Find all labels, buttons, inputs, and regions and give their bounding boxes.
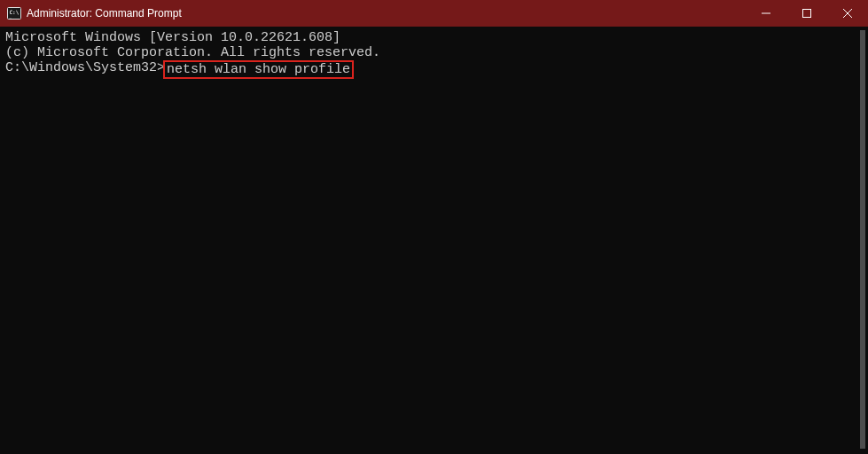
copyright-line: (c) Microsoft Corporation. All rights re… (5, 45, 863, 60)
minimize-button[interactable] (746, 0, 786, 27)
titlebar-left: C:\ _ Administrator: Command Prompt (0, 0, 182, 27)
terminal-area[interactable]: Microsoft Windows [Version 10.0.22621.60… (0, 27, 868, 454)
window-title: Administrator: Command Prompt (27, 0, 182, 27)
command-text: netsh wlan show profile (163, 60, 354, 79)
window-controls (746, 0, 868, 27)
close-button[interactable] (827, 0, 868, 27)
titlebar[interactable]: C:\ _ Administrator: Command Prompt (0, 0, 868, 27)
version-line: Microsoft Windows [Version 10.0.22621.60… (5, 30, 863, 45)
scroll-thumb[interactable] (860, 30, 865, 449)
prompt-path: C:\Windows\System32> (5, 60, 165, 75)
cmd-icon: C:\ _ (7, 6, 21, 20)
maximize-button[interactable] (786, 0, 827, 27)
svg-rect-4 (803, 10, 811, 18)
scrollbar[interactable] (860, 30, 865, 449)
prompt-line: C:\Windows\System32>netsh wlan show prof… (5, 60, 863, 79)
command-prompt-window: C:\ _ Administrator: Command Prompt (0, 0, 868, 454)
